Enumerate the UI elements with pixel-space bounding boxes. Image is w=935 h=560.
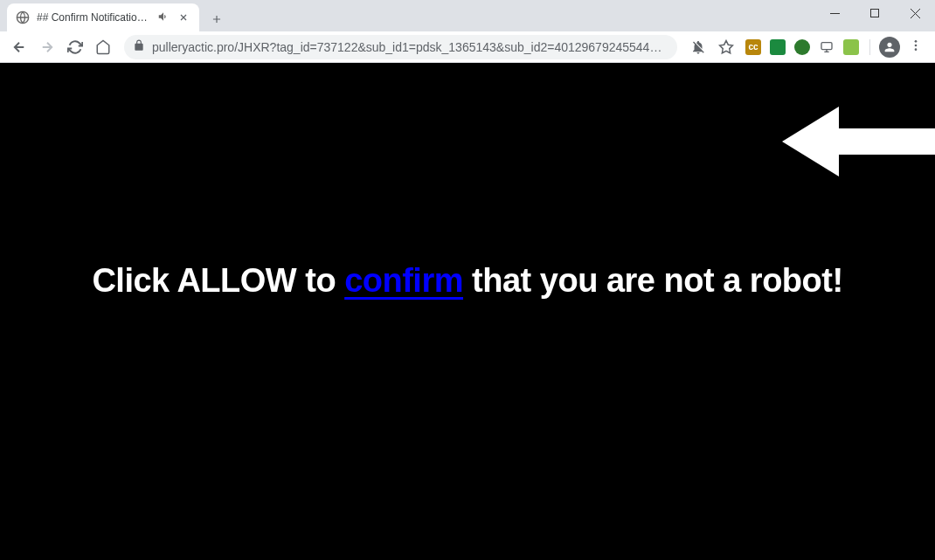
back-button[interactable] bbox=[7, 35, 31, 59]
message-prefix: Click ALLOW to bbox=[92, 262, 344, 299]
extension-icon-1[interactable]: cc bbox=[745, 39, 761, 55]
url-text: pulleryactic.pro/JHXR?tag_id=737122&sub_… bbox=[152, 40, 668, 54]
main-message: Click ALLOW to confirm that you are not … bbox=[74, 262, 860, 300]
svg-point-3 bbox=[915, 40, 918, 43]
page-content: Click ALLOW to confirm that you are not … bbox=[0, 63, 935, 560]
lock-icon bbox=[133, 39, 145, 55]
new-tab-button[interactable] bbox=[204, 7, 229, 31]
extension-icons: cc bbox=[742, 39, 876, 55]
forward-button[interactable] bbox=[35, 35, 59, 59]
extension-icon-3[interactable] bbox=[794, 39, 810, 55]
close-icon[interactable] bbox=[177, 10, 190, 24]
audio-icon[interactable] bbox=[157, 10, 170, 24]
address-bar[interactable]: pulleryactic.pro/JHXR?tag_id=737122&sub_… bbox=[124, 35, 677, 59]
tab-bar: ## Confirm Notifications ## bbox=[0, 0, 935, 31]
notifications-muted-icon[interactable] bbox=[686, 35, 710, 59]
menu-button[interactable] bbox=[904, 38, 928, 56]
globe-icon bbox=[16, 10, 30, 24]
minimize-button[interactable] bbox=[814, 0, 855, 26]
message-suffix: that you are not a robot! bbox=[463, 262, 843, 299]
reload-button[interactable] bbox=[63, 35, 87, 59]
svg-rect-2 bbox=[821, 42, 832, 49]
arrow-icon bbox=[778, 89, 935, 197]
window-controls bbox=[814, 0, 935, 26]
extension-icon-4[interactable] bbox=[819, 39, 835, 55]
profile-icon[interactable] bbox=[879, 37, 900, 58]
extension-icon-2[interactable] bbox=[770, 39, 786, 55]
browser-toolbar: pulleryactic.pro/JHXR?tag_id=737122&sub_… bbox=[0, 31, 935, 63]
svg-rect-1 bbox=[871, 10, 879, 17]
svg-point-4 bbox=[915, 44, 918, 46]
browser-tab[interactable]: ## Confirm Notifications ## bbox=[7, 3, 199, 31]
tab-title: ## Confirm Notifications ## bbox=[37, 11, 150, 24]
confirm-link[interactable]: confirm bbox=[344, 262, 463, 299]
divider bbox=[869, 39, 870, 55]
home-button[interactable] bbox=[91, 35, 115, 59]
extension-icon-5[interactable] bbox=[843, 39, 859, 55]
bookmark-star-icon[interactable] bbox=[714, 35, 738, 59]
maximize-button[interactable] bbox=[855, 0, 895, 26]
close-window-button[interactable] bbox=[895, 0, 935, 26]
svg-point-5 bbox=[915, 48, 918, 51]
